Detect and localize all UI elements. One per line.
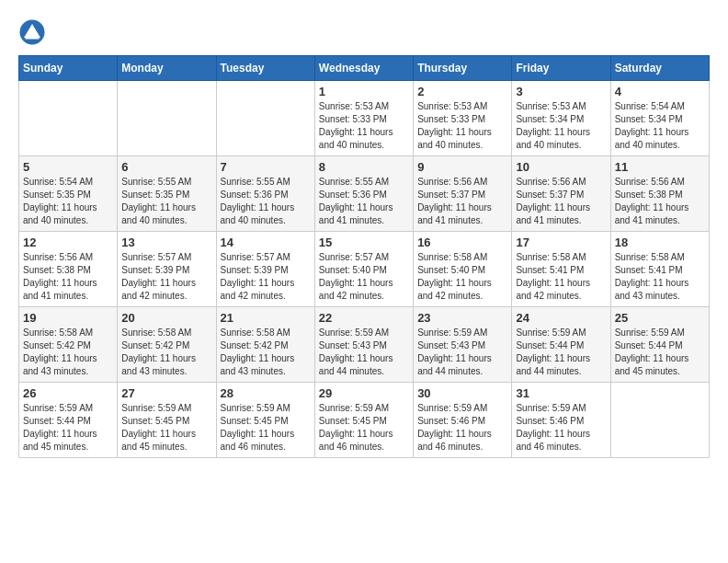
day-info: Sunrise: 5:58 AM Sunset: 5:42 PM Dayligh… [23, 327, 113, 378]
day-info: Sunrise: 5:56 AM Sunset: 5:37 PM Dayligh… [516, 176, 606, 227]
calendar-cell: 31Sunrise: 5:59 AM Sunset: 5:46 PM Dayli… [512, 383, 610, 458]
calendar-table: SundayMondayTuesdayWednesdayThursdayFrid… [18, 55, 710, 458]
weekday-header-thursday: Thursday [414, 56, 512, 81]
day-info: Sunrise: 5:53 AM Sunset: 5:34 PM Dayligh… [516, 100, 606, 152]
day-info: Sunrise: 5:57 AM Sunset: 5:40 PM Dayligh… [319, 251, 409, 303]
calendar-cell: 9Sunrise: 5:56 AM Sunset: 5:37 PM Daylig… [414, 156, 512, 232]
week-row-2: 5Sunrise: 5:54 AM Sunset: 5:35 PM Daylig… [19, 156, 710, 232]
day-info: Sunrise: 5:58 AM Sunset: 5:42 PM Dayligh… [221, 327, 311, 378]
calendar-cell: 5Sunrise: 5:54 AM Sunset: 5:35 PM Daylig… [19, 156, 118, 232]
calendar-cell: 18Sunrise: 5:58 AM Sunset: 5:41 PM Dayli… [610, 232, 709, 307]
day-number: 27 [121, 386, 211, 400]
day-info: Sunrise: 5:53 AM Sunset: 5:33 PM Dayligh… [319, 100, 409, 152]
calendar-cell: 15Sunrise: 5:57 AM Sunset: 5:40 PM Dayli… [314, 232, 413, 307]
calendar-cell: 1Sunrise: 5:53 AM Sunset: 5:33 PM Daylig… [314, 81, 413, 156]
day-info: Sunrise: 5:58 AM Sunset: 5:41 PM Dayligh… [615, 251, 705, 303]
day-number: 26 [23, 386, 113, 400]
day-number: 21 [221, 311, 311, 325]
day-info: Sunrise: 5:56 AM Sunset: 5:37 PM Dayligh… [417, 176, 507, 227]
day-number: 11 [615, 160, 705, 174]
day-info: Sunrise: 5:59 AM Sunset: 5:44 PM Dayligh… [615, 327, 705, 378]
day-number: 25 [615, 311, 705, 325]
calendar-cell: 16Sunrise: 5:58 AM Sunset: 5:40 PM Dayli… [414, 232, 512, 307]
calendar-cell: 8Sunrise: 5:55 AM Sunset: 5:36 PM Daylig… [314, 156, 413, 232]
calendar-cell: 27Sunrise: 5:59 AM Sunset: 5:45 PM Dayli… [118, 383, 216, 458]
week-row-5: 26Sunrise: 5:59 AM Sunset: 5:44 PM Dayli… [19, 383, 710, 458]
day-number: 9 [417, 160, 507, 174]
day-info: Sunrise: 5:59 AM Sunset: 5:45 PM Dayligh… [221, 402, 311, 454]
weekday-header-tuesday: Tuesday [216, 56, 314, 81]
calendar-cell: 19Sunrise: 5:58 AM Sunset: 5:42 PM Dayli… [19, 307, 118, 383]
calendar-cell: 24Sunrise: 5:59 AM Sunset: 5:44 PM Dayli… [512, 307, 610, 383]
day-number: 16 [417, 236, 507, 249]
calendar-cell: 20Sunrise: 5:58 AM Sunset: 5:42 PM Dayli… [118, 307, 216, 383]
day-info: Sunrise: 5:54 AM Sunset: 5:34 PM Dayligh… [615, 100, 705, 152]
calendar-cell: 4Sunrise: 5:54 AM Sunset: 5:34 PM Daylig… [610, 81, 709, 156]
day-info: Sunrise: 5:59 AM Sunset: 5:43 PM Dayligh… [417, 327, 507, 378]
day-info: Sunrise: 5:58 AM Sunset: 5:41 PM Dayligh… [516, 251, 606, 303]
logo-icon [18, 18, 46, 46]
calendar-cell: 21Sunrise: 5:58 AM Sunset: 5:42 PM Dayli… [216, 307, 314, 383]
calendar-cell: 25Sunrise: 5:59 AM Sunset: 5:44 PM Dayli… [610, 307, 709, 383]
day-number: 29 [319, 386, 409, 400]
day-info: Sunrise: 5:55 AM Sunset: 5:36 PM Dayligh… [221, 176, 311, 227]
calendar-cell [19, 81, 118, 156]
day-number: 6 [121, 160, 211, 174]
week-row-1: 1Sunrise: 5:53 AM Sunset: 5:33 PM Daylig… [19, 81, 710, 156]
day-number: 20 [121, 311, 211, 325]
calendar-cell: 26Sunrise: 5:59 AM Sunset: 5:44 PM Dayli… [19, 383, 118, 458]
day-number: 12 [23, 236, 113, 249]
day-number: 19 [23, 311, 113, 325]
weekday-header-wednesday: Wednesday [314, 56, 413, 81]
calendar-cell: 3Sunrise: 5:53 AM Sunset: 5:34 PM Daylig… [512, 81, 610, 156]
calendar-cell: 17Sunrise: 5:58 AM Sunset: 5:41 PM Dayli… [512, 232, 610, 307]
week-row-3: 12Sunrise: 5:56 AM Sunset: 5:38 PM Dayli… [19, 232, 710, 307]
weekday-header-monday: Monday [118, 56, 216, 81]
day-info: Sunrise: 5:59 AM Sunset: 5:44 PM Dayligh… [23, 402, 113, 454]
day-info: Sunrise: 5:56 AM Sunset: 5:38 PM Dayligh… [23, 251, 113, 303]
calendar-cell: 14Sunrise: 5:57 AM Sunset: 5:39 PM Dayli… [216, 232, 314, 307]
calendar-cell: 22Sunrise: 5:59 AM Sunset: 5:43 PM Dayli… [314, 307, 413, 383]
calendar-cell [118, 81, 216, 156]
day-number: 24 [516, 311, 606, 325]
day-number: 14 [221, 236, 311, 249]
day-info: Sunrise: 5:59 AM Sunset: 5:45 PM Dayligh… [121, 402, 211, 454]
calendar-cell: 13Sunrise: 5:57 AM Sunset: 5:39 PM Dayli… [118, 232, 216, 307]
day-info: Sunrise: 5:56 AM Sunset: 5:38 PM Dayligh… [615, 176, 705, 227]
day-info: Sunrise: 5:55 AM Sunset: 5:35 PM Dayligh… [121, 176, 211, 227]
day-info: Sunrise: 5:57 AM Sunset: 5:39 PM Dayligh… [221, 251, 311, 303]
calendar-cell: 7Sunrise: 5:55 AM Sunset: 5:36 PM Daylig… [216, 156, 314, 232]
weekday-header-saturday: Saturday [610, 56, 709, 81]
calendar-cell: 12Sunrise: 5:56 AM Sunset: 5:38 PM Dayli… [19, 232, 118, 307]
weekday-header-friday: Friday [512, 56, 610, 81]
day-info: Sunrise: 5:57 AM Sunset: 5:39 PM Dayligh… [121, 251, 211, 303]
week-row-4: 19Sunrise: 5:58 AM Sunset: 5:42 PM Dayli… [19, 307, 710, 383]
calendar-cell: 2Sunrise: 5:53 AM Sunset: 5:33 PM Daylig… [414, 81, 512, 156]
day-info: Sunrise: 5:59 AM Sunset: 5:45 PM Dayligh… [319, 402, 409, 454]
day-number: 15 [319, 236, 409, 249]
day-number: 8 [319, 160, 409, 174]
day-number: 1 [319, 85, 409, 98]
svg-rect-2 [26, 37, 40, 40]
day-number: 18 [615, 236, 705, 249]
day-number: 22 [319, 311, 409, 325]
day-info: Sunrise: 5:59 AM Sunset: 5:44 PM Dayligh… [516, 327, 606, 378]
day-number: 10 [516, 160, 606, 174]
calendar-cell: 11Sunrise: 5:56 AM Sunset: 5:38 PM Dayli… [610, 156, 709, 232]
day-number: 5 [23, 160, 113, 174]
day-number: 4 [615, 85, 705, 98]
day-number: 13 [121, 236, 211, 249]
day-info: Sunrise: 5:53 AM Sunset: 5:33 PM Dayligh… [417, 100, 507, 152]
day-info: Sunrise: 5:59 AM Sunset: 5:46 PM Dayligh… [417, 402, 507, 454]
calendar-cell: 30Sunrise: 5:59 AM Sunset: 5:46 PM Dayli… [414, 383, 512, 458]
logo [18, 18, 50, 46]
calendar-cell: 10Sunrise: 5:56 AM Sunset: 5:37 PM Dayli… [512, 156, 610, 232]
weekday-header-row: SundayMondayTuesdayWednesdayThursdayFrid… [19, 56, 710, 81]
calendar-cell [216, 81, 314, 156]
calendar-cell: 28Sunrise: 5:59 AM Sunset: 5:45 PM Dayli… [216, 383, 314, 458]
weekday-header-sunday: Sunday [19, 56, 118, 81]
calendar-cell: 6Sunrise: 5:55 AM Sunset: 5:35 PM Daylig… [118, 156, 216, 232]
day-number: 2 [417, 85, 507, 98]
day-info: Sunrise: 5:55 AM Sunset: 5:36 PM Dayligh… [319, 176, 409, 227]
day-number: 7 [221, 160, 311, 174]
